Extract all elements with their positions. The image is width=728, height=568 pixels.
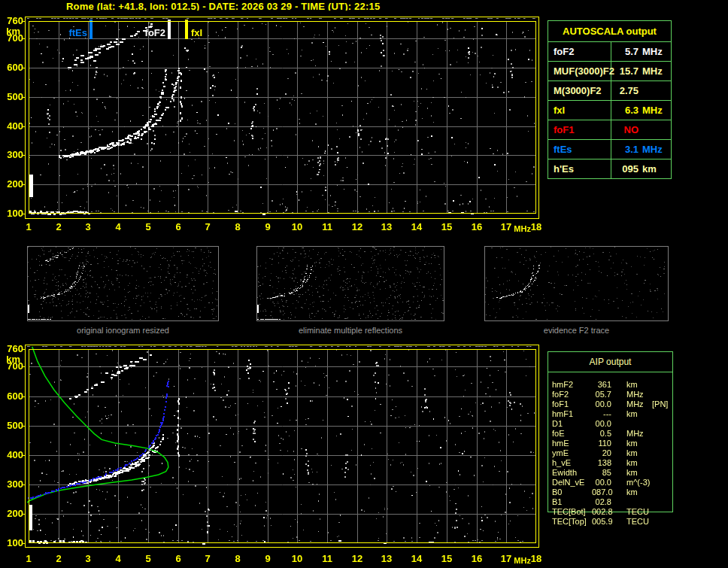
table-row-foF1: foF1 NO (548, 120, 671, 140)
thumbnail-evidence-f2-trace (484, 246, 669, 321)
table-row-hEs: h'Es 095 km (548, 159, 671, 178)
row-value: 6.3 MHz (611, 101, 671, 120)
aip-output-panel: AIP output hmF2361km foF205.7MHz foF100.… (548, 351, 673, 512)
thumbnail-caption-original: original ionogram resized (27, 326, 219, 335)
aip-row-B1: B102.8 (548, 497, 672, 507)
aip-row-DelN_vE: DelN_vE00.0m^(-3) (548, 478, 672, 488)
aip-row-hmF1: hmF1---km (548, 409, 672, 419)
row-label: foF2 (548, 42, 611, 61)
aip-row-ymE: ymE20km (548, 448, 672, 458)
thumbnail-caption-evidence: evidence F2 trace (484, 326, 669, 335)
aip-row-TEC-Bot: TEC[Bot]002.8TECU (548, 507, 672, 517)
aip-rows: hmF2361km foF205.7MHz foF100.0MHz[PN] hm… (548, 380, 672, 527)
aip-row-Ewidth: Ewidth85km (548, 468, 672, 478)
row-label: ftEs (548, 140, 611, 159)
row-label: M(3000)F2 (548, 81, 611, 100)
aip-row-foF1: foF100.0MHz[PN] (548, 399, 672, 409)
autoscala-panel-title: AUTOSCALA output (548, 21, 671, 42)
aip-row-D1: D100.0 (548, 419, 672, 429)
aip-row-TEC-Top: TEC[Top]005.9TECU (548, 517, 672, 527)
row-label: MUF(3000)F2 (548, 62, 611, 80)
top-ionogram-plot (0, 11, 549, 238)
bottom-ionogram-plot (0, 339, 549, 568)
row-value: 095 km (611, 159, 671, 178)
row-value: 5.7 MHz (611, 42, 671, 61)
aip-row-hmF2: hmF2361km (548, 380, 672, 390)
row-value: 2.75 (611, 81, 671, 100)
thumbnail-caption-eliminate: eliminate multiple reflections (256, 326, 444, 335)
table-row-MUF3000F2: MUF(3000)F2 15.7 MHz (548, 62, 671, 81)
autoscala-screen: Rome (lat: +41.8, lon: 012.5) - DATE: 20… (0, 0, 728, 568)
aip-row-foF2: foF205.7MHz (548, 390, 672, 399)
aip-row-B0: B0087.0km (548, 488, 672, 497)
aip-row-foE: foE0.5MHz (548, 429, 672, 439)
thumbnail-original-ionogram (27, 246, 219, 321)
row-value: 15.7 MHz (611, 62, 671, 80)
table-row-fxI: fxI 6.3 MHz (548, 101, 671, 120)
row-value: NO (611, 120, 671, 139)
aip-row-h_vE: h_vE138km (548, 458, 672, 468)
row-label: h'Es (548, 159, 611, 178)
aip-row-hmE: hmE110km (548, 439, 672, 448)
autoscala-output-panel: AUTOSCALA output foF2 5.7 MHz MUF(3000)F… (548, 20, 672, 179)
thumbnail-eliminate-reflections (256, 246, 444, 321)
row-value: 3.1 MHz (611, 140, 671, 159)
row-label: foF1 (548, 120, 611, 139)
aip-panel-title: AIP output (548, 352, 672, 372)
table-row-ftEs: ftEs 3.1 MHz (548, 140, 671, 159)
row-label: fxI (548, 101, 611, 120)
table-row-foF2: foF2 5.7 MHz (548, 42, 671, 62)
table-row-M3000F2: M(3000)F2 2.75 (548, 81, 671, 101)
